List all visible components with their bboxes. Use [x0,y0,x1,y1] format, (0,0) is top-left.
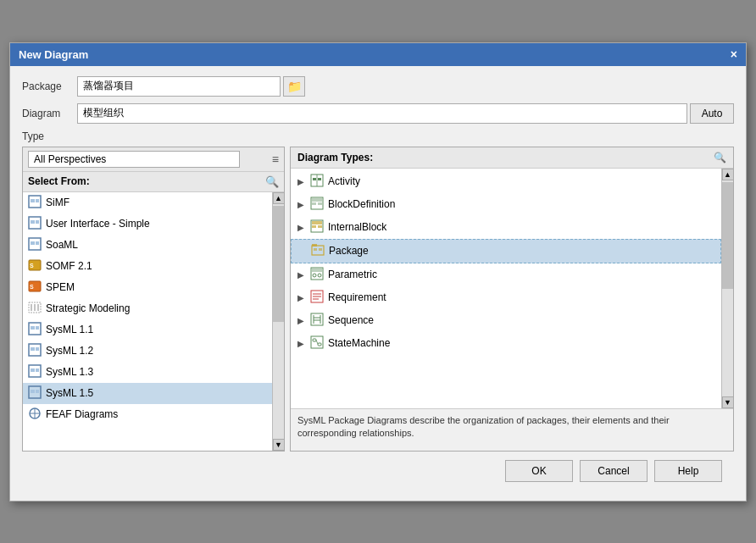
strategic-icon [28,301,42,317]
left-list-area[interactable]: SiMF User Interface - Simple [23,192,272,451]
list-item[interactable]: SiMF [23,192,272,213]
svg-text:S: S [30,284,34,290]
diagram-search-icon[interactable]: 🔍 [714,152,726,163]
diagram-types-header: Diagram Types: 🔍 [291,147,733,169]
list-item[interactable]: SysML 1.1 [23,319,272,341]
diagram-item-internalblock[interactable]: ▶ InternalBlock [291,216,721,239]
folder-button[interactable]: 📁 [283,76,305,97]
svg-rect-18 [31,326,35,330]
scroll-track [273,206,284,323]
ui-simple-icon [28,216,42,232]
svg-rect-42 [312,225,316,228]
ok-button[interactable]: OK [505,460,573,482]
diagram-item-package[interactable]: ▶ Package [291,239,721,263]
description-text: SysML Package Diagrams describe the orga… [297,415,670,438]
right-scrollbar[interactable]: ▲ ▼ [721,169,733,408]
list-item[interactable]: S SPEM [23,277,272,298]
scroll-up-arrow[interactable]: ▲ [273,192,285,204]
package-input[interactable] [77,76,281,97]
diagram-input[interactable] [77,103,687,124]
diagram-item-statemachine[interactable]: ▶ StateMachine [291,332,721,355]
help-button[interactable]: Help [654,460,722,482]
type-section: All Perspectives ≡ Select From: 🔍 [22,147,734,452]
list-item[interactable]: SysML 1.3 [23,362,272,383]
list-item-sysml15[interactable]: SysML 1.5 [23,383,272,404]
expand-arrow[interactable]: ▶ [297,293,304,302]
diagram-item-label: BlockDefinition [328,198,395,210]
svg-rect-38 [312,202,316,205]
svg-rect-45 [312,244,317,247]
svg-rect-43 [318,225,322,228]
list-item[interactable]: S SOMF 2.1 [23,256,272,277]
scroll-down-arrow-right[interactable]: ▼ [722,396,734,408]
svg-rect-62 [313,339,316,341]
list-item[interactable]: SoaML [23,235,272,256]
perspectives-value: All Perspectives [34,153,106,165]
feaf-icon [28,407,42,423]
svg-point-51 [318,274,321,277]
list-item[interactable]: FEAF Diagrams [23,404,272,425]
diagram-item-activity[interactable]: ▶ Activity [291,170,721,193]
list-item-label: SPEM [46,281,75,293]
expand-arrow[interactable]: ▶ [297,270,304,280]
close-button[interactable]: × [731,48,737,60]
diagram-item-label: InternalBlock [328,221,386,233]
scroll-down-arrow[interactable]: ▼ [273,439,285,451]
internalblock-icon [310,219,324,235]
expand-arrow[interactable]: ▶ [297,177,304,186]
diagram-list-area[interactable]: ▶ Activity ▶ [291,169,721,408]
perspectives-dropdown[interactable]: All Perspectives [28,151,240,168]
diagram-label: Diagram [22,108,77,119]
folder-icon: 📁 [287,80,302,93]
svg-rect-39 [318,202,322,205]
dialog-body: Package 📁 Diagram Auto Type All Perspect… [10,66,746,501]
diagram-item-sequence[interactable]: ▶ Sequence [291,309,721,332]
sequence-icon [310,313,324,329]
svg-rect-41 [312,221,322,224]
list-item[interactable]: Strategic Modeling [23,298,272,319]
diagram-item-blockdefinition[interactable]: ▶ BlockDefinition [291,193,721,216]
left-scrollbar[interactable]: ▲ ▼ [272,192,284,451]
svg-rect-22 [36,347,39,351]
diagram-item-requirement[interactable]: ▶ Requirement [291,286,721,309]
list-item[interactable]: SysML 1.2 [23,341,272,362]
search-icon[interactable]: 🔍 [265,175,279,188]
diagram-row: Diagram Auto [22,103,734,124]
right-panel: Diagram Types: 🔍 ▶ Activity [290,147,734,452]
list-item-label: SiMF [46,197,69,208]
svg-rect-24 [31,368,35,372]
cancel-button[interactable]: Cancel [580,460,648,482]
svg-rect-33 [313,178,316,180]
list-item-label: FEAF Diagrams [46,408,118,420]
list-item-label: User Interface - Simple [46,218,150,230]
svg-rect-4 [31,220,35,224]
list-item-label: Strategic Modeling [46,302,130,314]
list-item-label: SysML 1.5 [46,387,93,399]
package-icon [311,243,325,259]
diagram-item-label: StateMachine [328,337,390,349]
sysml15-icon [28,385,42,402]
description-area: SysML Package Diagrams describe the orga… [291,408,733,451]
diagram-item-parametric[interactable]: ▶ Parametric [291,263,721,286]
svg-rect-19 [36,326,39,330]
svg-rect-46 [314,248,317,251]
svg-rect-28 [36,390,39,393]
expand-arrow[interactable]: ▶ [297,200,304,209]
menu-icon[interactable]: ≡ [272,152,279,166]
expand-arrow[interactable]: ▶ [297,339,304,348]
svg-rect-7 [31,241,35,245]
auto-button[interactable]: Auto [690,103,734,124]
diagram-types-label: Diagram Types: [297,152,373,163]
scroll-up-arrow-right[interactable]: ▲ [722,169,734,180]
statemachine-icon [310,335,324,352]
svg-text:S: S [30,263,34,269]
expand-arrow[interactable]: ▶ [297,223,304,232]
select-from-header: Select From: 🔍 [23,172,284,192]
expand-arrow[interactable]: ▶ [297,316,304,325]
svg-rect-49 [312,269,322,272]
list-item[interactable]: User Interface - Simple [23,213,272,235]
requirement-icon [310,290,324,306]
svg-rect-47 [319,248,322,251]
svg-rect-1 [31,199,35,202]
svg-rect-5 [36,220,39,224]
